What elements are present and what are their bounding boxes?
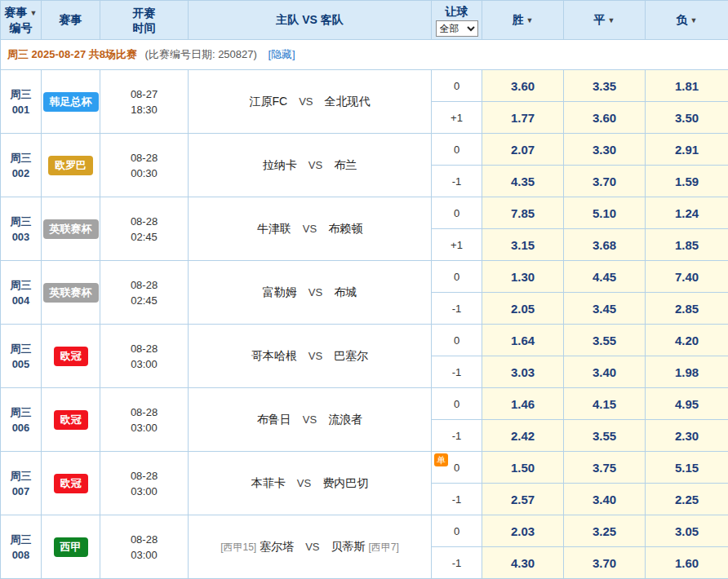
odds-win[interactable]: 1.46: [482, 388, 564, 420]
match-start-time: 02:45: [100, 229, 188, 245]
col-win: 胜▼: [482, 1, 564, 40]
odds-win[interactable]: 1.77: [482, 102, 564, 134]
home-team: 本菲卡: [251, 476, 286, 489]
league-badge: 英联赛杯: [43, 283, 99, 303]
odds-win[interactable]: 3.15: [482, 229, 564, 261]
odds-win[interactable]: 2.03: [482, 515, 564, 547]
match-number-cell: 周三001: [1, 70, 42, 134]
vs-label: VS: [309, 159, 322, 171]
odds-lose[interactable]: 2.25: [646, 484, 728, 515]
odds-draw[interactable]: 5.10: [564, 197, 646, 229]
league-badge: 欧罗巴: [48, 156, 93, 175]
odds-draw[interactable]: 3.45: [564, 293, 646, 325]
handicap-cell: 0: [432, 70, 482, 102]
handicap-value: 0: [454, 207, 459, 219]
odds-win[interactable]: 2.07: [482, 134, 564, 166]
odds-win[interactable]: 2.42: [482, 420, 564, 452]
odds-draw[interactable]: 3.70: [564, 166, 646, 197]
odds-lose[interactable]: 7.40: [646, 261, 728, 293]
odds-lose[interactable]: 1.24: [646, 197, 728, 229]
hide-link[interactable]: [隐藏]: [268, 48, 295, 60]
odds-win[interactable]: 1.50: [482, 452, 564, 484]
odds-lose[interactable]: 1.81: [646, 70, 728, 102]
match-teams-cell: 拉纳卡VS布兰: [189, 134, 432, 197]
odds-win[interactable]: 1.64: [482, 325, 564, 356]
odds-draw[interactable]: 3.25: [564, 515, 646, 547]
odds-lose[interactable]: 3.50: [646, 102, 728, 134]
odds-win[interactable]: 7.85: [482, 197, 564, 229]
col-match-id-label2: 编号: [1, 20, 41, 35]
odds-win[interactable]: 2.05: [482, 293, 564, 325]
match-time-cell: 08-2803:00: [100, 515, 189, 579]
home-team: 布鲁日: [257, 413, 291, 426]
handicap-cell: -1: [432, 484, 482, 515]
odds-draw[interactable]: 3.40: [564, 484, 646, 515]
odds-draw[interactable]: 3.30: [564, 134, 646, 166]
odds-win[interactable]: 4.30: [482, 547, 564, 579]
odds-win[interactable]: 1.30: [482, 261, 564, 293]
col-draw-label: 平: [594, 13, 606, 26]
odds-draw[interactable]: 4.45: [564, 261, 646, 293]
match-teams-cell: 布鲁日VS流浪者: [189, 388, 432, 452]
match-no: 007: [1, 484, 41, 499]
handicap-cell: -1: [432, 547, 482, 579]
match-day: 周三: [1, 404, 41, 420]
match-date: 08-28: [100, 277, 188, 293]
date-subheader: 周三 2025-08-27 共8场比赛 (比赛编号日期: 250827) [隐藏…: [1, 40, 728, 70]
odds-draw[interactable]: 3.40: [564, 356, 646, 388]
col-lose-label: 负: [677, 13, 688, 26]
league-cell: 欧冠: [42, 325, 100, 388]
odds-lose[interactable]: 3.05: [646, 515, 728, 547]
handicap-cell: -1: [432, 356, 482, 388]
match-start-time: 03:00: [100, 547, 188, 563]
match-date: 08-28: [100, 468, 188, 484]
odds-win[interactable]: 2.57: [482, 484, 564, 515]
away-team: 贝蒂斯: [331, 540, 366, 553]
odds-win[interactable]: 3.03: [482, 356, 564, 388]
odds-draw[interactable]: 3.70: [564, 547, 646, 579]
odds-lose[interactable]: 2.91: [646, 134, 728, 166]
col-league: 赛事: [42, 1, 100, 40]
home-team: 哥本哈根: [251, 349, 297, 362]
odds-draw[interactable]: 3.55: [564, 325, 646, 356]
home-rank: [西甲15]: [220, 541, 256, 553]
odds-win[interactable]: 3.60: [482, 70, 564, 102]
vs-label: VS: [309, 350, 322, 362]
handicap-value: 0: [454, 80, 459, 92]
match-number-cell: 周三007: [1, 452, 42, 515]
odds-lose[interactable]: 2.30: [646, 420, 728, 452]
odds-draw[interactable]: 3.35: [564, 70, 646, 102]
odds-draw[interactable]: 3.75: [564, 452, 646, 484]
odds-win[interactable]: 4.35: [482, 166, 564, 197]
handicap-filter-select[interactable]: 全部: [436, 20, 478, 37]
odds-lose[interactable]: 5.15: [646, 452, 728, 484]
odds-lose[interactable]: 1.98: [646, 356, 728, 388]
col-match-id-label1: 赛事: [5, 6, 28, 19]
win-sort-arrow-icon[interactable]: ▼: [526, 16, 534, 24]
odds-draw[interactable]: 4.15: [564, 388, 646, 420]
match-no: 003: [1, 229, 41, 245]
match-code-note: (比赛编号日期: 250827): [145, 48, 257, 60]
league-badge: 欧冠: [54, 474, 88, 493]
odds-lose[interactable]: 1.59: [646, 166, 728, 197]
odds-lose[interactable]: 2.85: [646, 293, 728, 325]
match-date: 08-28: [100, 150, 188, 166]
league-badge: 西甲: [54, 537, 88, 557]
league-cell: 英联赛杯: [42, 261, 100, 325]
match-start-time: 03:00: [100, 356, 188, 372]
league-cell: 英联赛杯: [42, 197, 100, 261]
odds-draw[interactable]: 3.68: [564, 229, 646, 261]
handicap-cell: -1: [432, 166, 482, 197]
odds-draw[interactable]: 3.55: [564, 420, 646, 452]
odds-lose[interactable]: 4.95: [646, 388, 728, 420]
odds-draw[interactable]: 3.60: [564, 102, 646, 134]
odds-lose[interactable]: 1.85: [646, 229, 728, 261]
match-id-sort-arrow-icon[interactable]: ▼: [30, 9, 38, 17]
away-team: 布赖顿: [328, 222, 362, 235]
handicap-cell: -1: [432, 293, 482, 325]
away-team: 全北现代: [325, 95, 371, 108]
draw-sort-arrow-icon[interactable]: ▼: [608, 16, 615, 24]
odds-lose[interactable]: 1.60: [646, 547, 728, 579]
odds-lose[interactable]: 4.20: [646, 325, 728, 356]
lose-sort-arrow-icon[interactable]: ▼: [690, 16, 698, 24]
